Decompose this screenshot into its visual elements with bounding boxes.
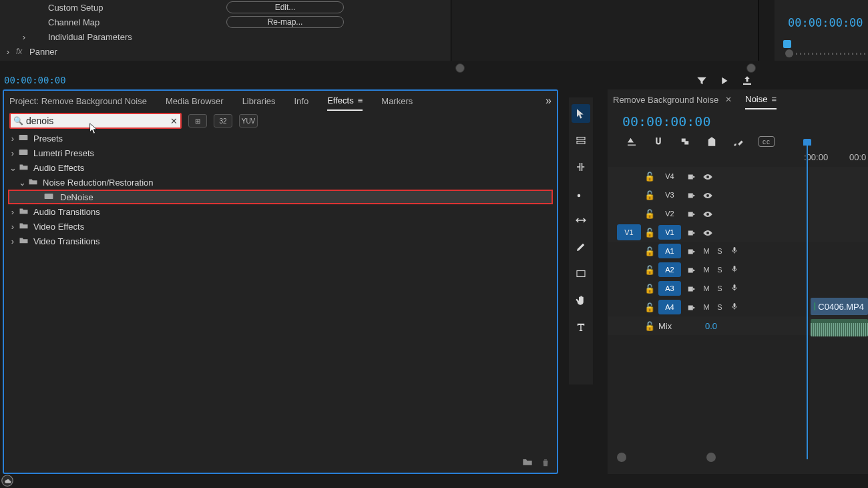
expand-panner[interactable]: ›: [0, 47, 16, 57]
slip-tool[interactable]: [572, 211, 590, 230]
track-a2[interactable]: 🔓 A2 M S: [608, 260, 868, 279]
lock-icon[interactable]: 🔓: [644, 190, 656, 200]
mix-value[interactable]: 0.0: [705, 321, 717, 331]
track-select-tool[interactable]: [572, 131, 590, 150]
lock-icon[interactable]: 🔓: [644, 209, 656, 219]
linked-selection-icon[interactable]: [678, 135, 692, 148]
accelerated-effects-filter[interactable]: ⊞: [188, 114, 207, 128]
track-a1[interactable]: 🔓 A1 M S: [608, 242, 868, 260]
solo-toggle[interactable]: S: [713, 303, 726, 311]
chevron-down-icon[interactable]: ⌄: [7, 163, 19, 173]
lock-icon[interactable]: 🔓: [644, 321, 656, 331]
toggle-output-icon[interactable]: [700, 209, 716, 219]
solo-toggle[interactable]: S: [713, 247, 726, 255]
razor-tool[interactable]: [572, 184, 590, 203]
voiceover-record-icon[interactable]: [726, 246, 742, 257]
scroll-thumb[interactable]: [746, 63, 756, 73]
timeline-zoom-scroll[interactable]: [617, 453, 716, 462]
track-label[interactable]: A3: [658, 281, 681, 296]
program-monitor-timecode[interactable]: 00:00:00:00: [788, 16, 863, 29]
lock-icon[interactable]: 🔓: [644, 302, 656, 312]
filter-icon[interactable]: [696, 75, 708, 89]
sync-lock-icon[interactable]: [684, 264, 700, 275]
close-tab-icon[interactable]: ✕: [725, 95, 732, 104]
chevron-right-icon[interactable]: ›: [7, 222, 19, 232]
tree-audio-transitions[interactable]: › Audio Transitions: [4, 204, 557, 219]
pen-tool[interactable]: [572, 238, 590, 256]
toggle-output-icon[interactable]: [700, 190, 716, 200]
sync-lock-icon[interactable]: [684, 190, 700, 200]
expand-individual-parameters[interactable]: ›: [16, 32, 32, 42]
panel-menu-icon[interactable]: ≡: [358, 95, 363, 105]
tree-audio-effects[interactable]: ⌄ Audio Effects: [4, 160, 557, 175]
effects-search-input[interactable]: [26, 115, 170, 126]
tree-presets[interactable]: › Presets: [4, 131, 557, 146]
voiceover-record-icon[interactable]: [726, 264, 742, 276]
lock-icon[interactable]: 🔓: [644, 172, 656, 182]
track-a3[interactable]: 🔓 A3 M S: [608, 279, 868, 298]
tree-lumetri-presets[interactable]: › Lumetri Presets: [4, 146, 557, 160]
chevron-right-icon[interactable]: ›: [7, 134, 19, 144]
source-patch-v1[interactable]: V1: [617, 224, 641, 240]
play-icon[interactable]: [718, 75, 730, 89]
clip-video-c0406[interactable]: C0406.MP4: [811, 298, 868, 315]
sync-lock-icon[interactable]: [684, 227, 700, 238]
track-v3[interactable]: 🔓 V3: [608, 186, 868, 204]
panel-menu-icon[interactable]: ≡: [772, 94, 777, 104]
solo-toggle[interactable]: S: [713, 266, 726, 274]
lock-icon[interactable]: 🔓: [644, 228, 656, 238]
zoom-handle[interactable]: [706, 453, 716, 462]
voiceover-record-icon[interactable]: [726, 283, 742, 294]
snap-icon[interactable]: [652, 135, 665, 148]
overflow-tabs-icon[interactable]: »: [546, 95, 552, 107]
sync-lock-icon[interactable]: [684, 208, 700, 219]
tree-video-effects[interactable]: › Video Effects: [4, 219, 557, 234]
track-label[interactable]: V2: [658, 206, 681, 221]
new-bin-icon[interactable]: [522, 457, 533, 470]
tree-video-transitions[interactable]: › Video Transitions: [4, 234, 557, 248]
lock-icon[interactable]: 🔓: [644, 265, 656, 275]
tree-item-denoise[interactable]: DeNoise: [8, 190, 553, 204]
tab-info[interactable]: Info: [294, 91, 309, 111]
zoom-handle[interactable]: [617, 453, 626, 462]
toggle-output-icon[interactable]: [700, 228, 716, 238]
rectangle-tool[interactable]: [572, 264, 590, 283]
lock-icon[interactable]: 🔓: [644, 246, 656, 256]
lock-icon[interactable]: 🔓: [644, 284, 656, 294]
tab-effects[interactable]: Effects≡: [327, 91, 363, 111]
settings-icon[interactable]: [732, 135, 745, 148]
tab-markers[interactable]: Markers: [381, 91, 413, 111]
add-marker-icon[interactable]: [705, 135, 718, 148]
sync-lock-icon[interactable]: [684, 283, 700, 294]
insert-sequence-icon[interactable]: [625, 135, 638, 148]
clear-search-icon[interactable]: ✕: [170, 116, 178, 126]
track-label[interactable]: A1: [658, 244, 681, 258]
sync-lock-icon[interactable]: [684, 246, 700, 256]
timeline-ruler[interactable]: :00:00 00:0: [801, 152, 868, 164]
edit-button[interactable]: Edit...: [226, 1, 344, 13]
zoom-slider[interactable]: [792, 53, 865, 55]
32bit-filter[interactable]: 32: [214, 114, 232, 128]
track-v4[interactable]: 🔓 V4: [608, 167, 868, 186]
mute-toggle[interactable]: M: [700, 266, 713, 274]
hand-tool[interactable]: [572, 291, 590, 310]
yuv-filter[interactable]: YUV: [239, 114, 258, 128]
track-label[interactable]: V1: [658, 225, 681, 240]
chevron-right-icon[interactable]: ›: [7, 207, 19, 217]
chevron-down-icon[interactable]: ⌄: [16, 178, 28, 188]
tree-noise-reduction[interactable]: ⌄ Noise Reduction/Restoration: [4, 175, 557, 190]
track-v1[interactable]: V1 🔓 V1: [608, 223, 868, 242]
ripple-edit-tool[interactable]: [572, 158, 590, 176]
playhead-marker-icon[interactable]: [783, 40, 791, 48]
trash-icon[interactable]: [541, 457, 550, 470]
type-tool[interactable]: [572, 318, 590, 336]
voiceover-record-icon[interactable]: [726, 302, 742, 313]
track-v2[interactable]: 🔓 V2: [608, 204, 868, 223]
selection-tool[interactable]: [572, 104, 590, 123]
mute-toggle[interactable]: M: [700, 284, 713, 292]
playhead[interactable]: [807, 139, 808, 459]
tab-project[interactable]: Project: Remove Background Noise: [9, 91, 147, 111]
solo-toggle[interactable]: S: [713, 284, 726, 292]
tab-sequence-remove-bg-noise[interactable]: Remove Background Noise ✕: [613, 89, 732, 109]
timeline-timecode[interactable]: 00:00:00:00: [608, 109, 868, 134]
